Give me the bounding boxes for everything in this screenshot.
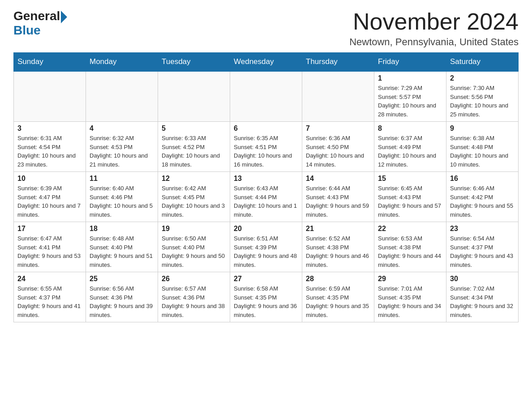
calendar-cell: 10Sunrise: 6:39 AMSunset: 4:47 PMDayligh… [14, 172, 86, 222]
day-info: Sunrise: 6:35 AMSunset: 4:51 PMDaylight:… [234, 134, 298, 169]
day-number: 26 [162, 275, 226, 283]
day-info: Sunrise: 6:52 AMSunset: 4:38 PMDaylight:… [306, 234, 370, 269]
calendar-cell [14, 71, 86, 122]
day-number: 16 [450, 175, 515, 183]
calendar-cell: 3Sunrise: 6:31 AMSunset: 4:54 PMDaylight… [14, 122, 86, 172]
calendar-cell: 28Sunrise: 6:59 AMSunset: 4:35 PMDayligh… [302, 272, 374, 322]
calendar-cell: 11Sunrise: 6:40 AMSunset: 4:46 PMDayligh… [86, 172, 158, 222]
calendar-cell: 30Sunrise: 7:02 AMSunset: 4:34 PMDayligh… [446, 272, 519, 322]
day-info: Sunrise: 6:39 AMSunset: 4:47 PMDaylight:… [17, 184, 82, 219]
day-info: Sunrise: 7:29 AMSunset: 5:57 PMDaylight:… [378, 84, 442, 119]
day-number: 8 [378, 124, 442, 133]
day-number: 5 [162, 124, 226, 133]
day-info: Sunrise: 6:44 AMSunset: 4:43 PMDaylight:… [306, 184, 370, 219]
day-number: 1 [378, 74, 442, 82]
day-info: Sunrise: 6:36 AMSunset: 4:50 PMDaylight:… [306, 134, 370, 169]
calendar-week-row: 3Sunrise: 6:31 AMSunset: 4:54 PMDaylight… [14, 122, 519, 172]
calendar-cell [86, 71, 158, 122]
day-number: 2 [450, 74, 515, 82]
day-info: Sunrise: 6:55 AMSunset: 4:37 PMDaylight:… [17, 284, 82, 319]
calendar-cell: 1Sunrise: 7:29 AMSunset: 5:57 PMDaylight… [374, 71, 446, 122]
day-number: 12 [162, 175, 226, 183]
day-number: 10 [17, 175, 82, 183]
location: Newtown, Pennsylvania, United States [349, 36, 519, 48]
day-info: Sunrise: 6:38 AMSunset: 4:48 PMDaylight:… [450, 134, 515, 169]
day-number: 30 [450, 275, 515, 283]
day-info: Sunrise: 6:58 AMSunset: 4:35 PMDaylight:… [234, 284, 298, 319]
title-container: November 2024 Newtown, Pennsylvania, Uni… [349, 9, 519, 48]
calendar-cell: 27Sunrise: 6:58 AMSunset: 4:35 PMDayligh… [230, 272, 302, 322]
calendar-week-row: 1Sunrise: 7:29 AMSunset: 5:57 PMDaylight… [14, 71, 519, 122]
day-number: 4 [90, 124, 154, 133]
calendar-week-row: 24Sunrise: 6:55 AMSunset: 4:37 PMDayligh… [14, 272, 519, 322]
day-number: 20 [234, 225, 298, 233]
day-info: Sunrise: 6:32 AMSunset: 4:53 PMDaylight:… [90, 134, 154, 169]
calendar: SundayMondayTuesdayWednesdayThursdayFrid… [13, 52, 519, 322]
day-number: 11 [90, 175, 154, 183]
weekday-header-sunday: Sunday [14, 53, 86, 72]
day-info: Sunrise: 6:42 AMSunset: 4:45 PMDaylight:… [162, 184, 226, 219]
day-number: 14 [306, 175, 370, 183]
day-info: Sunrise: 6:45 AMSunset: 4:43 PMDaylight:… [378, 184, 442, 219]
calendar-cell: 4Sunrise: 6:32 AMSunset: 4:53 PMDaylight… [86, 122, 158, 172]
day-number: 15 [378, 175, 442, 183]
calendar-cell: 17Sunrise: 6:47 AMSunset: 4:41 PMDayligh… [14, 222, 86, 272]
day-number: 21 [306, 225, 370, 233]
day-info: Sunrise: 6:56 AMSunset: 4:36 PMDaylight:… [90, 284, 154, 319]
logo: General Blue [13, 9, 67, 38]
calendar-cell: 2Sunrise: 7:30 AMSunset: 5:56 PMDaylight… [446, 71, 519, 122]
day-number: 17 [17, 225, 82, 233]
day-number: 19 [162, 225, 226, 233]
day-number: 27 [234, 275, 298, 283]
logo-arrow-icon [61, 11, 67, 23]
day-info: Sunrise: 6:43 AMSunset: 4:44 PMDaylight:… [234, 184, 298, 219]
day-info: Sunrise: 6:57 AMSunset: 4:36 PMDaylight:… [162, 284, 226, 319]
calendar-cell: 21Sunrise: 6:52 AMSunset: 4:38 PMDayligh… [302, 222, 374, 272]
day-info: Sunrise: 6:46 AMSunset: 4:42 PMDaylight:… [450, 184, 515, 219]
day-info: Sunrise: 6:47 AMSunset: 4:41 PMDaylight:… [17, 234, 82, 269]
day-info: Sunrise: 7:30 AMSunset: 5:56 PMDaylight:… [450, 84, 515, 119]
day-info: Sunrise: 6:50 AMSunset: 4:40 PMDaylight:… [162, 234, 226, 269]
day-info: Sunrise: 7:02 AMSunset: 4:34 PMDaylight:… [450, 284, 515, 319]
calendar-cell: 5Sunrise: 6:33 AMSunset: 4:52 PMDaylight… [158, 122, 230, 172]
calendar-cell: 25Sunrise: 6:56 AMSunset: 4:36 PMDayligh… [86, 272, 158, 322]
calendar-cell [158, 71, 230, 122]
day-number: 13 [234, 175, 298, 183]
month-title: November 2024 [349, 9, 519, 34]
logo-general: General [13, 9, 60, 23]
day-number: 29 [378, 275, 442, 283]
calendar-cell: 14Sunrise: 6:44 AMSunset: 4:43 PMDayligh… [302, 172, 374, 222]
calendar-cell: 26Sunrise: 6:57 AMSunset: 4:36 PMDayligh… [158, 272, 230, 322]
day-number: 22 [378, 225, 442, 233]
weekday-header-thursday: Thursday [302, 53, 374, 72]
day-number: 6 [234, 124, 298, 133]
day-info: Sunrise: 6:59 AMSunset: 4:35 PMDaylight:… [306, 284, 370, 319]
calendar-cell: 29Sunrise: 7:01 AMSunset: 4:35 PMDayligh… [374, 272, 446, 322]
calendar-cell: 9Sunrise: 6:38 AMSunset: 4:48 PMDaylight… [446, 122, 519, 172]
day-number: 23 [450, 225, 515, 233]
day-info: Sunrise: 6:51 AMSunset: 4:39 PMDaylight:… [234, 234, 298, 269]
day-info: Sunrise: 6:37 AMSunset: 4:49 PMDaylight:… [378, 134, 442, 169]
calendar-cell: 16Sunrise: 6:46 AMSunset: 4:42 PMDayligh… [446, 172, 519, 222]
day-info: Sunrise: 6:33 AMSunset: 4:52 PMDaylight:… [162, 134, 226, 169]
day-number: 24 [17, 275, 82, 283]
weekday-header-tuesday: Tuesday [158, 53, 230, 72]
day-number: 18 [90, 225, 154, 233]
day-number: 9 [450, 124, 515, 133]
calendar-cell: 19Sunrise: 6:50 AMSunset: 4:40 PMDayligh… [158, 222, 230, 272]
logo-blue: Blue [13, 23, 41, 38]
day-info: Sunrise: 6:48 AMSunset: 4:40 PMDaylight:… [90, 234, 154, 269]
calendar-header-row: SundayMondayTuesdayWednesdayThursdayFrid… [14, 53, 519, 72]
calendar-cell: 6Sunrise: 6:35 AMSunset: 4:51 PMDaylight… [230, 122, 302, 172]
header: General Blue November 2024 Newtown, Penn… [13, 9, 519, 48]
calendar-cell: 7Sunrise: 6:36 AMSunset: 4:50 PMDaylight… [302, 122, 374, 172]
calendar-cell: 24Sunrise: 6:55 AMSunset: 4:37 PMDayligh… [14, 272, 86, 322]
weekday-header-wednesday: Wednesday [230, 53, 302, 72]
day-number: 3 [17, 124, 82, 133]
calendar-cell: 22Sunrise: 6:53 AMSunset: 4:38 PMDayligh… [374, 222, 446, 272]
weekday-header-monday: Monday [86, 53, 158, 72]
calendar-cell: 15Sunrise: 6:45 AMSunset: 4:43 PMDayligh… [374, 172, 446, 222]
day-info: Sunrise: 6:53 AMSunset: 4:38 PMDaylight:… [378, 234, 442, 269]
calendar-cell [230, 71, 302, 122]
calendar-cell: 20Sunrise: 6:51 AMSunset: 4:39 PMDayligh… [230, 222, 302, 272]
